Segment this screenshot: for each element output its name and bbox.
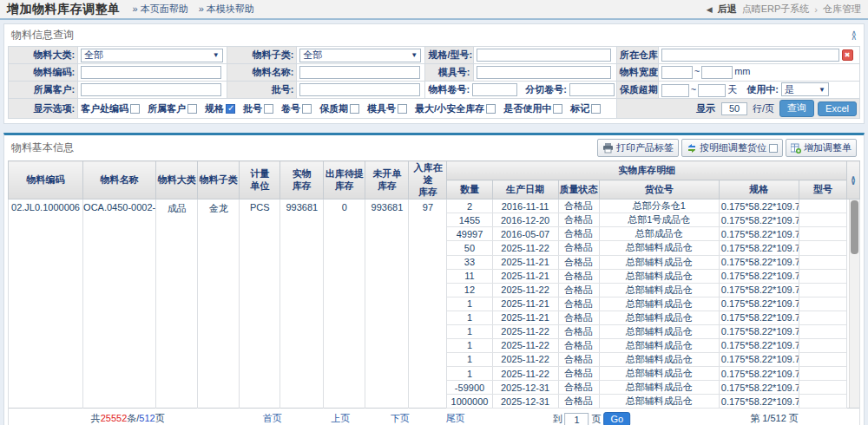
- search-button[interactable]: 查询: [779, 100, 814, 117]
- checkbox-icon[interactable]: [130, 104, 140, 114]
- next-page-link[interactable]: 下页: [391, 412, 410, 425]
- cell-quality-status: 合格品: [558, 199, 599, 213]
- display-option-checkbox[interactable]: 标记: [570, 102, 601, 115]
- display-options-group: 客户处编码所属客户规格批号卷号保质期模具号最大/小安全库存是否使用中标记: [81, 102, 614, 115]
- width-from-input[interactable]: [661, 66, 693, 79]
- checkbox-icon[interactable]: [398, 104, 407, 114]
- checkbox-icon[interactable]: [591, 104, 601, 114]
- cell-spec: 0.175*58.22*109.78: [719, 199, 799, 213]
- clear-warehouse-icon[interactable]: ✖: [842, 49, 853, 61]
- display-option-checkbox[interactable]: 所属客户: [148, 102, 197, 115]
- material-code-input[interactable]: [81, 66, 221, 79]
- width-unit: mm: [734, 66, 750, 76]
- cell-spec: 0.175*58.22*109.78: [719, 381, 799, 395]
- in-use-select[interactable]: 是▼: [781, 82, 829, 96]
- cell-model: [799, 269, 846, 283]
- display-option-checkbox[interactable]: 规格: [205, 102, 235, 115]
- cell-model: [799, 241, 846, 255]
- breadcrumb-system[interactable]: 点晴ERP子系统: [742, 3, 810, 16]
- checkbox-icon[interactable]: [226, 104, 235, 114]
- width-to-input[interactable]: [701, 66, 733, 79]
- detail-scrollbar[interactable]: [846, 199, 859, 409]
- display-option-checkbox[interactable]: 模具号: [367, 102, 407, 115]
- cell-location: 总部分条仓1: [599, 199, 719, 213]
- last-page-link[interactable]: 尾页: [446, 412, 465, 425]
- checkbox-icon[interactable]: [302, 104, 312, 114]
- display-option-checkbox[interactable]: 保质期: [319, 102, 359, 115]
- col-quality-status: 质量状态: [558, 180, 599, 199]
- cell-prod-date: 2025-11-21: [492, 297, 558, 311]
- cell-prod-date: 2025-11-22: [492, 283, 558, 297]
- first-page-link[interactable]: 首页: [263, 412, 282, 425]
- add-adjustment-order-button[interactable]: 增加调整单: [786, 139, 857, 157]
- chevron-down-icon: ▼: [411, 51, 418, 59]
- cell-category: 成品: [156, 199, 198, 409]
- cell-model: [799, 283, 846, 297]
- checkbox-icon[interactable]: [553, 104, 562, 114]
- back-button[interactable]: 后退: [718, 3, 737, 16]
- table-row[interactable]: 02.JL0.1000006 OCA.0450-0002-A 成品 金龙 PCS…: [9, 199, 860, 213]
- slit-roll-no-input[interactable]: [569, 83, 615, 96]
- adjust-by-detail-button[interactable]: 按明细调整货位: [681, 139, 783, 157]
- goto-page-input[interactable]: [564, 413, 589, 425]
- material-category-select[interactable]: 全部▼: [81, 49, 223, 62]
- cell-spec: 0.175*58.22*109.78: [719, 324, 799, 338]
- back-arrow-icon: ◀: [707, 5, 713, 14]
- checkbox-icon[interactable]: [350, 104, 359, 114]
- cell-qty: 2: [447, 199, 492, 213]
- label-warehouse: 所在仓库:: [616, 47, 658, 64]
- label-material-name: 物料名称:: [227, 64, 297, 82]
- cell-location: 总部成品仓: [599, 227, 719, 241]
- display-option-checkbox[interactable]: 最大/小安全库存: [415, 102, 496, 115]
- batch-no-input[interactable]: [299, 83, 419, 96]
- material-info-panel: 物料基本信息 打印产品标签 按明细调整货位 增加调整单 物料编码: [3, 133, 865, 425]
- mold-no-input[interactable]: [477, 66, 611, 79]
- print-product-label-button[interactable]: 打印产品标签: [597, 139, 679, 157]
- label-batch-no: 批号:: [227, 82, 297, 99]
- roll-no-input[interactable]: [472, 83, 517, 96]
- adjust-by-detail-checkbox[interactable]: [769, 144, 778, 153]
- customer-input[interactable]: [81, 83, 221, 96]
- chevron-down-icon[interactable]: ∨: [848, 180, 858, 185]
- shelf-overdue-from-input[interactable]: [661, 84, 689, 97]
- warehouse-input[interactable]: [661, 49, 839, 62]
- display-option-checkbox[interactable]: 批号: [243, 102, 273, 115]
- expand-collapse-control[interactable]: ∧∨: [846, 161, 859, 199]
- cell-quality-status: 合格品: [558, 269, 599, 283]
- scrollbar-track[interactable]: [849, 199, 859, 408]
- material-name-input[interactable]: [299, 66, 419, 79]
- cell-spec: 0.175*58.22*109.78: [719, 338, 799, 352]
- display-option-checkbox[interactable]: 卷号: [281, 102, 312, 115]
- go-button[interactable]: Go: [603, 412, 630, 425]
- col-prod-date: 生产日期: [492, 180, 558, 199]
- material-table: 物料编码 物料名称 物料大类 物料子类 计量 单位 实物 库存 出库待提 库存 …: [8, 160, 860, 425]
- rows-per-page-input[interactable]: [721, 102, 747, 115]
- collapse-panel-icon[interactable]: ∧∧: [851, 31, 857, 40]
- query-panel-title: 物料信息查询: [11, 28, 74, 42]
- label-rows-per-page: 显示: [696, 102, 715, 115]
- cell-location: 总部辅料成品仓: [599, 255, 719, 269]
- prev-page-link[interactable]: 上页: [331, 412, 350, 425]
- cell-qty: 33: [447, 255, 492, 269]
- display-option-checkbox[interactable]: 是否使用中: [503, 102, 562, 115]
- page-help-link[interactable]: » 本页面帮助: [133, 3, 188, 16]
- cell-quality-status: 合格品: [558, 367, 599, 381]
- scrollbar-thumb[interactable]: [851, 200, 858, 254]
- checkbox-icon[interactable]: [486, 104, 496, 114]
- display-option-checkbox[interactable]: 客户处编码: [81, 102, 140, 115]
- cell-location: 总部辅料成品仓: [599, 381, 719, 395]
- module-help-link[interactable]: » 本模块帮助: [199, 3, 254, 16]
- cell-location: 总部辅料成品仓: [599, 311, 719, 324]
- table-header-row: 物料编码 物料名称 物料大类 物料子类 计量 单位 实物 库存 出库待提 库存 …: [9, 161, 860, 180]
- cell-inbound-stock: 97: [409, 199, 447, 409]
- checkbox-icon[interactable]: [187, 104, 197, 114]
- excel-export-button[interactable]: Excel: [818, 101, 857, 116]
- checkbox-icon[interactable]: [264, 104, 273, 114]
- shelf-overdue-to-input[interactable]: [698, 84, 726, 97]
- cell-model: [799, 352, 846, 366]
- spec-model-input[interactable]: [477, 49, 611, 62]
- material-subcategory-select[interactable]: 全部▼: [299, 49, 421, 62]
- printer-icon: [602, 143, 614, 154]
- cell-material-code: 02.JL0.1000006: [9, 199, 83, 409]
- breadcrumb-module[interactable]: 仓库管理: [823, 3, 861, 16]
